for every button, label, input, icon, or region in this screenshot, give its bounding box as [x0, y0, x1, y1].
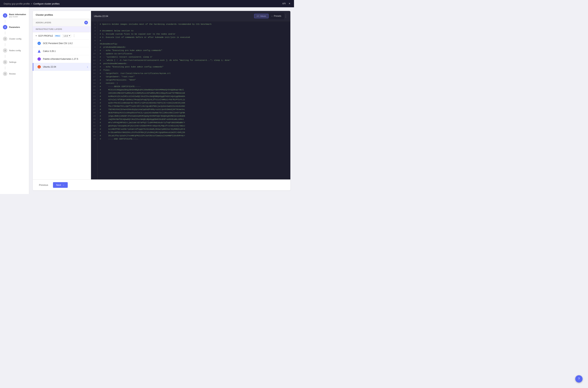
presets-panel: ‹ Presets	[269, 13, 284, 19]
infra-layers-label: INFRASTRUCTURE LAYERS	[36, 28, 62, 30]
left-panel-header: Cluster profiles	[33, 11, 91, 19]
api-button[interactable]: API	[282, 2, 286, 5]
editor-header-right: </> Values ‹ Presets ⋮	[254, 13, 287, 19]
code-editor-panel: Ubuntu 22.04 </> Values ‹ Presets ⋮	[91, 11, 290, 179]
next-arrow-icon: →	[62, 184, 65, 186]
editor-header: Ubuntu 22.04 </> Values ‹ Presets ⋮	[91, 11, 290, 21]
step-circle-3: 3	[3, 37, 7, 41]
step-circle-1: 1	[3, 13, 7, 18]
main-layout: 1 Basic information gcp-cluster 2 Parame…	[0, 7, 294, 194]
layer-item-ubuntu[interactable]: U Ubuntu 22.04 ›	[33, 63, 91, 71]
gcp-profile-row[interactable]: ▾ GCP-PROFILE PROJ 1.0.0 ⋮	[33, 32, 91, 40]
sidebar-step-settings[interactable]: 5 Settings	[0, 58, 29, 67]
close-button[interactable]: ×	[289, 2, 290, 5]
palette-layer-name: Palette eXtended Kubernetes 1.27.5	[43, 58, 88, 60]
gce-layer-name: GCE Persistent Disk CSI 1.8.2	[43, 42, 88, 45]
addon-layers-label: ADDON LAYERS	[36, 22, 51, 24]
sidebar-step-cluster-config[interactable]: 3 Cluster config	[0, 34, 29, 43]
step-2-label: Parameters	[9, 26, 20, 28]
code-editor[interactable]: 1234567891011121314151617181920212223242…	[91, 21, 290, 179]
next-label: Next	[56, 184, 61, 186]
code-content: # Spectro Golden images includes most of…	[98, 21, 290, 179]
cluster-profiles-panel: Cluster profiles ADDON LAYERS + INFRASTR…	[33, 11, 290, 190]
sidebar-step-nodes-config[interactable]: 4 Nodes config	[0, 46, 29, 55]
sidebar: 1 Basic information gcp-cluster 2 Parame…	[0, 7, 29, 194]
layer-item-calico[interactable]: Calico 3.26.1	[33, 47, 91, 55]
configure-label: Configure cluster profiles	[33, 2, 60, 5]
svg-text:G: G	[38, 43, 40, 45]
gcp-menu-button[interactable]: ⋮	[73, 34, 76, 38]
step-circle-6: 6	[3, 72, 7, 76]
addon-layers-header: ADDON LAYERS +	[33, 19, 91, 26]
svg-text:P: P	[39, 58, 40, 60]
app-header: Deploy gcp-profile profile > Configure c…	[0, 0, 294, 7]
left-panel: Cluster profiles ADDON LAYERS + INFRASTR…	[33, 11, 91, 179]
deploy-label: Deploy gcp-profile profile	[4, 2, 30, 5]
header-title: Deploy gcp-profile profile > Configure c…	[4, 2, 60, 5]
sidebar-step-parameters[interactable]: 2 Parameters	[0, 23, 29, 31]
infra-layers-header: INFRASTRUCTURE LAYERS	[33, 26, 91, 32]
layer-item-palette[interactable]: P Palette eXtended Kubernetes 1.27.5	[33, 55, 91, 63]
connector-1	[5, 20, 5, 23]
sidebar-step-basic-info[interactable]: 1 Basic information gcp-cluster	[0, 11, 29, 20]
connector-3	[5, 43, 5, 46]
line-numbers: 1234567891011121314151617181920212223242…	[91, 21, 98, 179]
step-4-label: Nodes config	[9, 49, 21, 52]
ubuntu-layer-name: Ubuntu 22.04	[43, 66, 85, 68]
editor-file-name: Ubuntu 22.04	[94, 15, 108, 18]
palette-icon: P	[37, 57, 41, 61]
step-circle-4: 4	[3, 48, 7, 53]
step-6-labels: Review	[9, 73, 16, 75]
header-separator: >	[31, 2, 32, 5]
gcp-chevron-icon: ▾	[36, 35, 37, 37]
svg-text:U: U	[39, 66, 40, 68]
ubuntu-arrow-icon: ›	[87, 65, 88, 68]
values-label: Values	[260, 15, 266, 17]
editor-more-button[interactable]: ⋮	[284, 14, 287, 18]
step-2-labels: Parameters	[9, 26, 20, 28]
svg-marker-2	[38, 50, 41, 53]
panel-layout: Cluster profiles ADDON LAYERS + INFRASTR…	[33, 11, 290, 179]
next-button[interactable]: Next →	[53, 182, 68, 188]
step-circle-2: 2	[3, 25, 7, 29]
connector-4	[5, 55, 5, 58]
step-3-label: Cluster config	[9, 38, 21, 40]
addon-layers-section: ADDON LAYERS +	[33, 19, 91, 26]
step-1-sublabel: gcp-cluster	[9, 16, 26, 18]
panel-footer: Previous Next →	[33, 179, 290, 190]
step-4-labels: Nodes config	[9, 49, 21, 52]
ubuntu-icon: U	[37, 65, 41, 69]
gcp-version-select[interactable]: 1.0.0	[62, 34, 71, 38]
previous-button[interactable]: Previous	[36, 182, 51, 188]
gce-icon: G	[37, 41, 41, 45]
calico-icon	[37, 49, 41, 53]
step-5-label: Settings	[9, 61, 16, 63]
step-1-label: Basic information	[9, 13, 26, 16]
step-1-labels: Basic information gcp-cluster	[9, 13, 26, 18]
values-icon: </>	[256, 15, 259, 17]
step-5-labels: Settings	[9, 61, 16, 63]
step-6-label: Review	[9, 73, 16, 75]
header-right: API ×	[282, 2, 290, 5]
connector-5	[5, 67, 5, 69]
connector-2	[5, 31, 5, 34]
addon-add-button[interactable]: +	[84, 21, 88, 24]
gcp-badge: PROJ	[54, 35, 61, 37]
content-area: Cluster profiles ADDON LAYERS + INFRASTR…	[29, 7, 294, 194]
calico-layer-name: Calico 3.26.1	[43, 50, 88, 52]
values-button[interactable]: </> Values	[254, 14, 269, 18]
presets-label[interactable]: Presets	[274, 15, 281, 17]
step-circle-5: 5	[3, 60, 7, 64]
step-3-labels: Cluster config	[9, 38, 21, 40]
gcp-profile-name: GCP-PROFILE	[38, 35, 53, 37]
presets-chevron-icon[interactable]: ‹	[271, 15, 272, 18]
layer-item-gce[interactable]: G GCE Persistent Disk CSI 1.8.2	[33, 40, 91, 47]
sidebar-step-review[interactable]: 6 Review	[0, 69, 29, 78]
